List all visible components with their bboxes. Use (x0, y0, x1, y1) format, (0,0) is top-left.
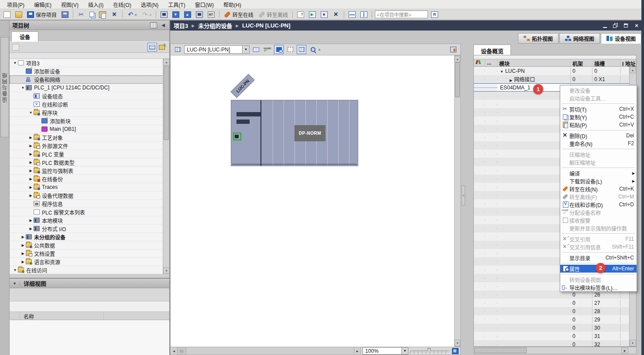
undo-icon[interactable]: ± (125, 10, 138, 19)
tree-item-程序块[interactable]: ▼程序块 (10, 109, 169, 117)
expand-down-icon[interactable]: ▼ (20, 86, 26, 90)
breadcrumb-item[interactable]: 未分组的设备 (198, 21, 232, 30)
tree-item-设备组态[interactable]: 设备组态 (10, 92, 169, 100)
splitter-grip[interactable]: ≡ (462, 185, 465, 205)
tab-设备视图[interactable]: 设备视图 (601, 33, 641, 44)
table-row[interactable]: 027 (474, 299, 636, 307)
simulation-icon[interactable] (194, 10, 205, 19)
scroll-right-icon[interactable]: ▸ (354, 347, 361, 355)
tree-item-PLC 报警文本列表[interactable]: PLC 报警文本列表 (10, 208, 169, 216)
tree-item-分布式 I/O[interactable]: ▶分布式 I/O (10, 225, 169, 233)
upload-from-device-icon[interactable] (182, 10, 193, 19)
expand-right-icon[interactable]: ▶ (28, 177, 34, 181)
table-row[interactable]: 029 (474, 315, 636, 324)
scroll-up-icon[interactable]: ▴ (163, 59, 169, 65)
expand-down-icon[interactable]: ▼ (28, 111, 34, 115)
scroll-up-icon[interactable]: ▴ (455, 56, 460, 62)
expand-right-icon[interactable]: ▶ (28, 185, 34, 189)
measure-icon[interactable]: ↔ (251, 45, 261, 54)
scroll-down-icon[interactable]: ▾ (163, 267, 169, 274)
tree-item-程序信息[interactable]: 程序信息 (10, 200, 169, 208)
tree-item-在线备份[interactable]: ▶在线备份 (10, 175, 169, 183)
grid-icon[interactable] (285, 45, 295, 54)
columns-view-icon[interactable] (297, 45, 306, 54)
menu-item-交叉引用[interactable]: 交叉引用F11 (560, 235, 637, 243)
tree-item-监控与强制表[interactable]: ▶监控与强制表 (10, 167, 169, 175)
menu-item-交叉引用信息[interactable]: 交叉引用信息Shift+F11 (560, 243, 637, 251)
menu-item-重命名(N)[interactable]: 重命名(N)F2 (560, 140, 637, 147)
scroll-right-icon[interactable]: ▸ (621, 348, 628, 353)
device-canvas[interactable]: LUC-PN DP-NORM (170, 55, 454, 347)
menu-item-转至在线(N)[interactable]: 转至在线(N)Ctrl+K (560, 185, 637, 193)
restore-icon[interactable] (612, 22, 620, 29)
expand-right-icon[interactable]: ▶ (28, 152, 34, 156)
project-search-input[interactable] (375, 10, 428, 18)
menu-item-解压缩地址[interactable]: 解压缩地址 (560, 158, 637, 166)
tree-item-公共数据[interactable]: ▶公共数据 (10, 241, 169, 249)
tree-item-外部源文件[interactable]: ▶外部源文件 (10, 142, 169, 150)
device-filter-icon[interactable] (173, 45, 182, 54)
tree-item-工艺对象[interactable]: ▶工艺对象 (10, 133, 169, 142)
expand-right-icon[interactable]: ▶ (20, 252, 26, 256)
table-row-LUC-PN[interactable]: ▼LUC-PN00 (474, 67, 636, 75)
chevron-down-icon[interactable]: ▼ (242, 46, 249, 53)
overview-horizontal-scrollbar[interactable]: ▸ (473, 347, 637, 354)
tree-item-在线和诊断[interactable]: 在线和诊断 (10, 100, 169, 109)
column-module[interactable]: 模块 (497, 59, 571, 66)
disconnect-icon[interactable] (331, 10, 341, 19)
start-runtime-icon[interactable] (206, 10, 216, 19)
tree-item-添加新设备[interactable]: 添加新设备 (10, 67, 169, 75)
tree-scroll-thumb[interactable] (164, 66, 169, 140)
horizontal-scroll-track[interactable] (186, 347, 354, 355)
open-project-icon[interactable] (14, 10, 24, 19)
expand-down-icon[interactable]: ▼ (12, 61, 18, 65)
scroll-up-icon[interactable]: ▴ (630, 67, 636, 73)
expand-right-icon[interactable]: ▶ (28, 194, 34, 198)
column-rack[interactable]: 机架 (571, 59, 593, 66)
go-online-icon[interactable]: 转至在线 (222, 10, 255, 19)
tree-item-设备代理数据[interactable]: ▶设备代理数据 (10, 191, 169, 200)
tab-拓扑视图[interactable]: 拓扑视图 (518, 33, 558, 44)
tree-item-项目3[interactable]: ▼项目3 (10, 59, 169, 67)
sort-view-icon[interactable] (157, 43, 167, 51)
table-row[interactable]: 032 (474, 340, 636, 347)
tree-item-PLC 数据类型[interactable]: ▶PLC 数据类型 (10, 158, 169, 167)
breadcrumb-item[interactable]: 项目3 (174, 21, 188, 30)
ethernet-port-icon[interactable] (233, 133, 241, 140)
collapse-panel-icon[interactable]: ◀ (160, 22, 167, 28)
compile-icon[interactable] (159, 10, 169, 19)
tree-item-Main [OB1][interactable]: Main [OB1] (10, 125, 169, 133)
menu-item[interactable]: 在线(O) (109, 0, 135, 9)
expand-right-icon[interactable]: ▶ (20, 260, 26, 264)
breadcrumb-item[interactable]: LUC-PN [LUC-PN] (242, 22, 290, 29)
expand-right-icon[interactable]: ▶ (28, 218, 34, 222)
expand-right-icon[interactable]: ▶ (20, 243, 26, 247)
expand-right-icon[interactable]: ▶ (510, 79, 512, 82)
menu-item[interactable]: 编辑(E) (30, 0, 56, 9)
menu-item[interactable]: 项目(P) (3, 0, 29, 9)
module-status-icon[interactable] (474, 59, 485, 66)
expand-right-icon[interactable]: ▶ (20, 235, 26, 239)
expand-right-icon[interactable]: ▶ (28, 227, 34, 231)
tree-item-Traces[interactable]: ▶Traces (10, 183, 169, 191)
expand-right-icon[interactable]: ▶ (28, 136, 34, 140)
table-row-网络接口[interactable]: ▶网络接口00 X1 (474, 75, 636, 83)
copy-icon[interactable] (88, 11, 96, 18)
tree-item-添加新块[interactable]: 添加新块 (10, 117, 169, 125)
column-slot[interactable]: 插槽 (593, 59, 620, 66)
tree-item-本地模块[interactable]: ▶本地模块 (10, 216, 169, 225)
overview-hscroll-thumb[interactable] (474, 348, 527, 353)
new-project-icon[interactable] (2, 10, 12, 19)
fit-to-view-icon[interactable] (452, 348, 459, 354)
menu-item[interactable]: 帮助(H) (219, 0, 246, 9)
maximize-icon[interactable] (622, 22, 630, 29)
menu-item-编译[interactable]: 编译▶ (560, 169, 637, 177)
minimize-icon[interactable] (601, 22, 609, 29)
tree-item-PLC 变量[interactable]: ▶PLC 变量 (10, 150, 169, 158)
scroll-handle[interactable]: ||| (178, 347, 186, 355)
start-cpu-icon[interactable] (307, 10, 318, 19)
details-view-icon[interactable] (147, 43, 157, 51)
menu-item-转到设备视图[interactable]: 转到设备视图 (560, 276, 637, 283)
expand-right-icon[interactable]: ▶ (28, 144, 34, 148)
more-column[interactable]: ... (485, 59, 497, 66)
